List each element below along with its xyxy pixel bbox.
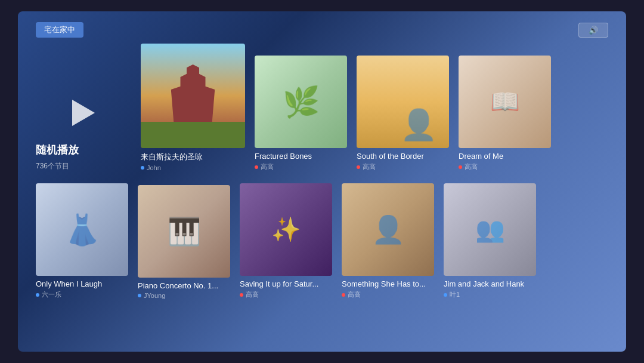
album-cover-piano	[138, 185, 230, 278]
album-cover-jim	[444, 183, 536, 276]
album-card-laugh[interactable]: Only When I Laugh 六一乐	[36, 183, 128, 299]
album-cover-something	[342, 183, 434, 276]
album-image-laugh	[36, 183, 128, 276]
album-artist-jim: 叶1	[450, 290, 460, 299]
dot-dream	[459, 165, 462, 169]
album-title-dream: Dream of Me	[459, 152, 551, 161]
album-meta-saving: 高高	[240, 290, 332, 299]
album-info-fractured: Fractured Bones 高高	[255, 152, 347, 171]
row2: Only When I Laugh 六一乐 Piano Concerto No.…	[36, 183, 608, 299]
album-meta-st-basil: John	[141, 164, 245, 171]
album-info-piano: Piano Concerto No. 1... JYoung	[138, 281, 230, 299]
album-artist-south: 高高	[363, 162, 376, 171]
random-play-title: 随机播放	[36, 143, 131, 157]
album-cover-laugh	[36, 183, 128, 276]
album-card-south[interactable]: South of the Border 高高	[357, 56, 449, 171]
album-image-south	[357, 56, 449, 148]
play-icon	[72, 100, 95, 126]
play-icon-area	[36, 83, 131, 143]
album-image-dream	[459, 56, 551, 148]
dot-something	[342, 293, 345, 297]
album-artist-dream: 高高	[465, 162, 478, 171]
album-artist-fractured: 高高	[261, 162, 274, 171]
album-title-something: Something She Has to...	[342, 279, 434, 288]
album-meta-fractured: 高高	[255, 162, 347, 171]
album-image-piano	[138, 185, 230, 278]
album-artist-laugh: 六一乐	[42, 290, 61, 299]
album-cover-dream	[459, 56, 551, 148]
tv-screen: 宅在家中 🔊 随机播放 736个节目 来自斯拉夫的圣咏	[18, 11, 626, 352]
album-info-saving: Saving It up for Satur... 高高	[240, 279, 332, 299]
random-play-subtitle: 736个节目	[36, 161, 131, 171]
album-meta-dream: 高高	[459, 162, 551, 171]
album-card-fractured[interactable]: Fractured Bones 高高	[255, 56, 347, 171]
random-play-info: 随机播放 736个节目	[36, 143, 131, 171]
album-image-fractured	[255, 56, 347, 148]
album-title-saving: Saving It up for Satur...	[240, 279, 332, 288]
album-title-south: South of the Border	[357, 152, 449, 161]
album-image-jim	[444, 183, 536, 276]
album-artist-piano: JYoung	[144, 292, 165, 299]
album-meta-piano: JYoung	[138, 292, 230, 299]
album-card-something[interactable]: Something She Has to... 高高	[342, 183, 434, 299]
dot-laugh	[36, 293, 39, 297]
album-info-south: South of the Border 高高	[357, 152, 449, 171]
album-meta-south: 高高	[357, 162, 449, 171]
album-artist-st-basil: John	[147, 164, 161, 171]
home-badge[interactable]: 宅在家中	[36, 22, 83, 38]
header: 宅在家中 🔊	[18, 11, 626, 44]
album-title-jim: Jim and Jack and Hank	[444, 279, 536, 288]
dot-st-basil	[141, 166, 144, 170]
album-info-something: Something She Has to... 高高	[342, 279, 434, 299]
album-info-dream: Dream of Me 高高	[459, 152, 551, 171]
album-cover-south	[357, 56, 449, 148]
album-meta-laugh: 六一乐	[36, 290, 128, 299]
album-info-jim: Jim and Jack and Hank 叶1	[444, 279, 536, 299]
album-card-saving[interactable]: Saving It up for Satur... 高高	[240, 183, 332, 299]
content-area: 随机播放 736个节目 来自斯拉夫的圣咏 John	[18, 44, 626, 299]
row1: 随机播放 736个节目 来自斯拉夫的圣咏 John	[36, 44, 608, 171]
dot-saving	[240, 293, 243, 297]
dot-jim	[444, 293, 447, 297]
album-card-st-basil[interactable]: 来自斯拉夫的圣咏 John	[141, 44, 245, 171]
volume-badge[interactable]: 🔊	[578, 23, 608, 38]
album-card-piano[interactable]: Piano Concerto No. 1... JYoung	[138, 185, 230, 299]
dot-fractured	[255, 165, 258, 169]
album-card-dream[interactable]: Dream of Me 高高	[459, 56, 551, 171]
album-meta-jim: 叶1	[444, 290, 536, 299]
album-artist-something: 高高	[348, 290, 361, 299]
album-artist-saving: 高高	[246, 290, 259, 299]
album-title-laugh: Only When I Laugh	[36, 279, 128, 288]
random-play-card[interactable]: 随机播放 736个节目	[36, 70, 131, 171]
album-cover-saving	[240, 183, 332, 276]
album-title-piano: Piano Concerto No. 1...	[138, 281, 230, 290]
album-card-jim[interactable]: Jim and Jack and Hank 叶1	[444, 183, 536, 299]
album-info-laugh: Only When I Laugh 六一乐	[36, 279, 128, 299]
album-cover-fractured	[255, 56, 347, 148]
album-meta-something: 高高	[342, 290, 434, 299]
album-image-saving	[240, 183, 332, 276]
album-image-something	[342, 183, 434, 276]
album-cover-st-basil	[141, 44, 245, 148]
dot-south	[357, 165, 360, 169]
album-title-st-basil: 来自斯拉夫的圣咏	[141, 152, 245, 162]
dot-piano	[138, 294, 141, 297]
album-image-st-basil	[141, 44, 245, 148]
album-info-st-basil: 来自斯拉夫的圣咏 John	[141, 152, 245, 171]
album-title-fractured: Fractured Bones	[255, 152, 347, 161]
